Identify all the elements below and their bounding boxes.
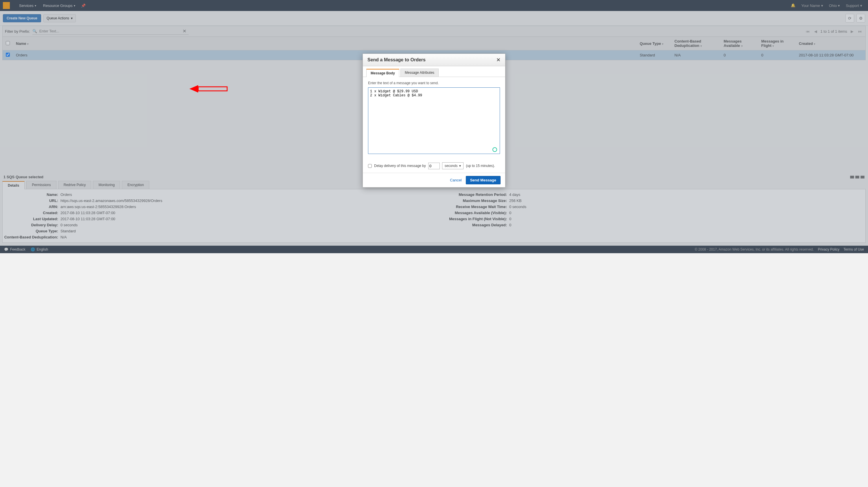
modal-close-button[interactable]: ✕ [496, 57, 500, 63]
delay-hint: (up to 15 minutes). [466, 164, 495, 168]
delay-value-input[interactable] [428, 163, 440, 169]
modal-header: Send a Message to Orders ✕ [363, 54, 505, 66]
send-message-modal: Send a Message to Orders ✕ Message Body … [363, 54, 505, 187]
delay-label: Delay delivery of this message by [374, 164, 426, 168]
send-message-button[interactable]: Send Message [466, 176, 500, 184]
tab-message-body[interactable]: Message Body [366, 69, 399, 77]
modal-instruction: Enter the text of a message you want to … [368, 81, 500, 85]
modal-tabs: Message Body Message Attributes [363, 68, 505, 77]
modal-body: Enter the text of a message you want to … [363, 77, 505, 159]
message-body-textarea[interactable] [368, 87, 500, 154]
delay-unit-select[interactable]: seconds▾ [442, 162, 464, 169]
tab-message-attributes[interactable]: Message Attributes [400, 68, 439, 77]
modal-title: Send a Message to Orders [368, 57, 496, 62]
cancel-button[interactable]: Cancel [450, 178, 462, 182]
modal-footer: Cancel Send Message [363, 173, 505, 187]
delay-checkbox[interactable] [368, 164, 372, 168]
caret-down-icon: ▾ [459, 164, 461, 168]
grammarly-icon [492, 147, 497, 152]
delay-row: Delay delivery of this message by second… [363, 159, 505, 173]
delay-unit-label: seconds [445, 164, 458, 168]
